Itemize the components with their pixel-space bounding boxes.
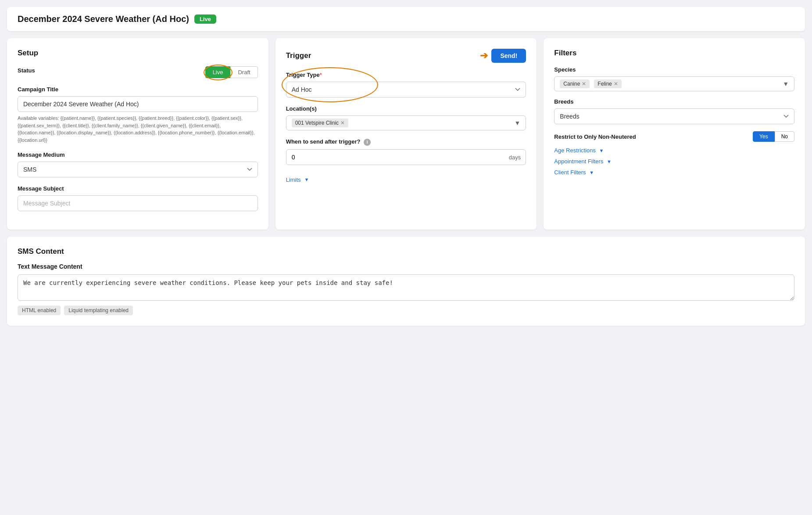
- trigger-type-group: Trigger Type* Ad Hoc Scheduled: [286, 72, 526, 97]
- campaign-title-group: Campaign Title Available variables: {{pa…: [18, 86, 258, 144]
- message-medium-select[interactable]: SMS Email: [18, 162, 258, 177]
- message-medium-group: Message Medium SMS Email: [18, 151, 258, 177]
- message-subject-input[interactable]: [18, 195, 258, 211]
- setup-card: Setup Status Live Draft Campaign Title A…: [7, 38, 268, 230]
- location-tags: 001 Vetspire Clinic ✕: [292, 119, 515, 127]
- page-title: December 2024 Severe Weather (Ad Hoc): [18, 14, 189, 24]
- text-message-content-title: Text Message Content: [18, 263, 794, 270]
- campaign-title-input[interactable]: [18, 96, 258, 112]
- appointment-filters-link[interactable]: Appointment Filters ▼: [554, 158, 794, 165]
- header-bar: December 2024 Severe Weather (Ad Hoc) Li…: [7, 7, 805, 31]
- age-restrictions-chevron-icon: ▼: [599, 148, 604, 153]
- badge-tags: HTML enabled Liquid templating enabled: [18, 306, 794, 315]
- variables-text: Available variables: {{patient.name}}, {…: [18, 115, 258, 144]
- main-grid: Setup Status Live Draft Campaign Title A…: [7, 38, 805, 230]
- trigger-title: Trigger: [286, 51, 311, 60]
- message-subject-label: Message Subject: [18, 185, 258, 192]
- breeds-select[interactable]: Breeds: [554, 108, 794, 124]
- html-enabled-badge: HTML enabled: [18, 306, 61, 315]
- feline-remove[interactable]: ✕: [614, 81, 618, 87]
- locations-select-wrapper[interactable]: 001 Vetspire Clinic ✕ ▼: [286, 115, 526, 130]
- live-status-badge: Live: [194, 14, 216, 24]
- trigger-header: Trigger ➔ Send!: [286, 49, 526, 63]
- non-neutered-label: Restrict to Only Non-Neutered: [554, 133, 636, 140]
- liquid-templating-badge: Liquid templating enabled: [64, 306, 133, 315]
- no-button[interactable]: No: [775, 131, 794, 142]
- trigger-type-label: Trigger Type*: [286, 72, 526, 78]
- filters-title: Filters: [554, 49, 794, 58]
- filters-card: Filters Species Canine ✕ Feline ✕: [544, 38, 805, 230]
- breeds-section: Breeds Breeds: [554, 98, 794, 124]
- client-filters-chevron-icon: ▼: [589, 170, 594, 175]
- status-row: Status Live Draft: [18, 66, 258, 78]
- sms-content-section: SMS Content Text Message Content We are …: [7, 237, 805, 326]
- species-label: Species: [554, 66, 794, 73]
- limits-chevron-icon: ▼: [304, 177, 309, 182]
- info-icon: i: [364, 139, 371, 146]
- trigger-type-wrapper: Trigger Type* Ad Hoc Scheduled: [286, 72, 526, 97]
- breeds-label: Breeds: [554, 98, 794, 105]
- arrow-send-group: ➔ Send!: [480, 49, 526, 63]
- trigger-card: Trigger ➔ Send! Trigger Type* Ad Hoc Sch…: [275, 38, 537, 230]
- species-tags: Canine ✕ Feline ✕: [560, 79, 623, 88]
- canine-tag: Canine ✕: [560, 79, 590, 88]
- days-input-wrapper: days: [286, 149, 526, 165]
- days-label: days: [509, 154, 521, 160]
- client-filters-link[interactable]: Client Filters ▼: [554, 169, 794, 176]
- status-toggle-group[interactable]: Live Draft: [205, 66, 258, 78]
- locations-chevron-icon: ▼: [514, 119, 520, 126]
- appointment-filters-chevron-icon: ▼: [607, 159, 612, 164]
- draft-toggle-button[interactable]: Draft: [230, 66, 258, 78]
- yes-button[interactable]: Yes: [753, 131, 775, 142]
- limits-link[interactable]: Limits ▼: [286, 176, 309, 183]
- message-medium-label: Message Medium: [18, 151, 258, 158]
- age-restrictions-link[interactable]: Age Restrictions ▼: [554, 147, 794, 154]
- species-section: Species Canine ✕ Feline ✕ ▼: [554, 66, 794, 91]
- send-button[interactable]: Send!: [491, 49, 526, 63]
- when-to-send-label: When to send after trigger? i: [286, 138, 526, 146]
- trigger-type-select[interactable]: Ad Hoc Scheduled: [286, 82, 526, 97]
- feline-tag: Feline ✕: [594, 79, 622, 88]
- arrow-right-icon: ➔: [480, 50, 488, 61]
- text-message-textarea[interactable]: We are currently experiencing severe wea…: [18, 274, 794, 301]
- location-tag-chip: 001 Vetspire Clinic ✕: [292, 119, 348, 127]
- status-label: Status: [18, 67, 35, 74]
- species-tags-wrapper[interactable]: Canine ✕ Feline ✕ ▼: [554, 76, 794, 91]
- setup-title: Setup: [18, 49, 258, 58]
- limits-link-wrapper: Limits ▼: [286, 173, 526, 183]
- locations-label: Location(s): [286, 105, 526, 112]
- when-to-send-group: When to send after trigger? i days: [286, 138, 526, 165]
- days-input[interactable]: [286, 149, 526, 165]
- canine-remove[interactable]: ✕: [582, 81, 586, 87]
- location-tag-remove[interactable]: ✕: [340, 120, 345, 126]
- message-subject-group: Message Subject: [18, 185, 258, 211]
- campaign-title-label: Campaign Title: [18, 86, 258, 93]
- live-toggle-button[interactable]: Live: [205, 66, 231, 78]
- species-chevron-icon: ▼: [783, 80, 789, 87]
- locations-group: Location(s) 001 Vetspire Clinic ✕ ▼: [286, 105, 526, 130]
- yes-no-group[interactable]: Yes No: [753, 131, 794, 142]
- non-neutered-row: Restrict to Only Non-Neutered Yes No: [554, 131, 794, 142]
- sms-content-title: SMS Content: [18, 247, 794, 256]
